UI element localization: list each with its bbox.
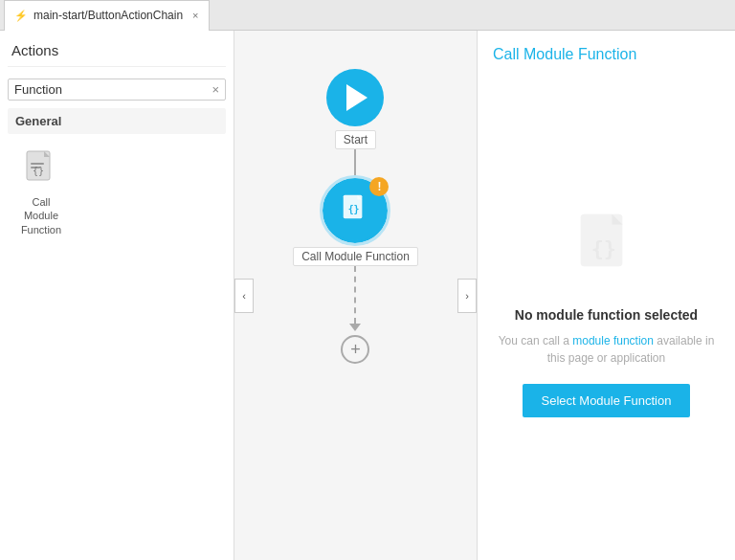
tab-close-button[interactable]: × (192, 10, 198, 21)
svg-text:{}: {} (348, 204, 360, 214)
no-module-desc: You can call a module function available… (493, 332, 720, 367)
call-module-function-item[interactable]: {} Call Module Function (8, 142, 75, 244)
call-module-node-wrapper[interactable]: {} ! (323, 178, 388, 243)
right-panel: Call Module Function {} No module functi… (477, 31, 735, 560)
add-node-button[interactable]: + (341, 335, 369, 364)
call-module-node-icon: {} (338, 193, 372, 228)
canvas-nav-left-button[interactable]: ‹ (234, 279, 254, 313)
main-tab[interactable]: ⚡ main-start/ButtonActionChain × (4, 0, 210, 31)
connector-line-1 (354, 149, 356, 178)
svg-rect-2 (31, 163, 44, 165)
search-input[interactable] (14, 82, 212, 97)
call-module-function-icon: {} (23, 149, 59, 191)
call-module-function-label: Call Module Function (15, 195, 67, 236)
module-function-link[interactable]: module function (572, 334, 654, 347)
no-module-desc-text1: You can call a (499, 334, 573, 347)
tab-bar: ⚡ main-start/ButtonActionChain × (0, 0, 735, 31)
svg-text:{}: {} (590, 236, 615, 260)
start-node (326, 69, 384, 126)
search-clear-button[interactable]: × (212, 82, 219, 97)
section-general-label: General (8, 108, 226, 134)
dashed-connector (354, 266, 356, 324)
right-panel-title: Call Module Function (493, 46, 720, 63)
flow-container: Start {} ! Call Module Function + (293, 31, 418, 364)
connector-arrow (349, 324, 361, 331)
no-module-area: {} No module function selected You can c… (493, 82, 720, 545)
no-module-title: No module function selected (515, 307, 698, 323)
select-module-function-button[interactable]: Select Module Function (523, 384, 691, 417)
start-node-label: Start (335, 130, 376, 149)
main-layout: Actions × General {} Call Module Functio… (0, 31, 735, 560)
big-file-icon: {} (573, 211, 640, 290)
search-box: × (8, 78, 226, 101)
warning-badge: ! (369, 177, 389, 196)
canvas-area: ‹ › Start {} ! Call Mod (234, 31, 477, 560)
svg-text:{}: {} (33, 166, 44, 176)
tab-label: main-start/ButtonActionChain (33, 9, 183, 22)
tab-icon: ⚡ (14, 10, 28, 22)
actions-panel: Actions × General {} Call Module Functio… (0, 31, 234, 560)
play-icon (346, 84, 368, 111)
call-module-node-label: Call Module Function (293, 247, 418, 266)
call-module-node[interactable]: {} ! (323, 178, 388, 243)
actions-title: Actions (8, 42, 226, 67)
call-module-icon-wrap: {} (22, 149, 60, 191)
canvas-nav-right-button[interactable]: › (457, 279, 477, 313)
